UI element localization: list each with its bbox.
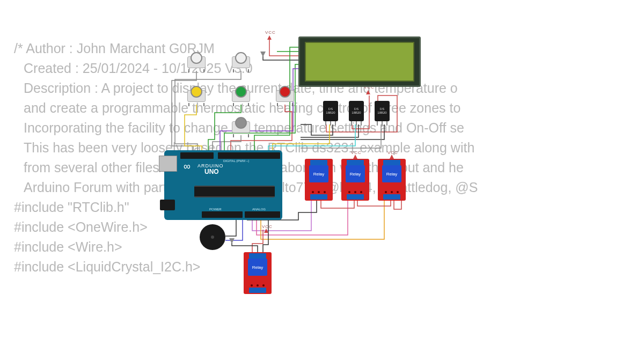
button-green [230,86,252,104]
arduino-digital-label: DIGITAL (PWM ~) [223,159,249,163]
relay-coil-block: Relay [309,165,328,182]
relay-coil-block: Relay [382,165,401,182]
relay-label: Relay [252,265,263,270]
sensor-2: DS18B20 [349,101,364,121]
button-cap [191,86,202,98]
vcc-arrow-icon [366,90,370,94]
lcd-screen [305,42,414,82]
relay-coil-block: Relay [346,165,365,182]
button-red [274,86,296,104]
relay-pin-holes [310,191,327,193]
button-cap [235,86,247,98]
arduino-power-label: POWER [209,208,222,211]
arduino-digital-header [180,152,214,159]
button-cap [191,52,202,64]
relay-terminal [310,160,327,165]
sensor-label: DS [354,107,358,111]
vcc-arrow-icon [264,229,268,233]
relay-label: Relay [313,172,324,177]
button-gray [230,117,252,135]
sensor-1: DS18B20 [323,101,338,121]
relay-coil-block: Relay [248,259,267,276]
relay-pin-holes [347,191,364,193]
sensor-label: 18B20 [377,111,386,115]
relay-label: Relay [350,172,361,177]
relay-terminal [249,253,266,259]
gnd-arrow-icon [229,238,235,244]
gnd-arrow-icon [260,52,266,57]
sensor-label: 18B20 [326,111,335,115]
circuit-diagram: VCC VCC DS18B20DS18B20DS18B20 RelayRelay… [0,0,644,338]
relay-terminal [383,194,400,200]
relay-terminal [249,288,266,293]
button-white-1 [185,52,208,70]
arduino-uno-board: DIGITAL (PWM ~) ∞ ARDUINO UNO POWER ANAL… [164,150,282,220]
arduino-atmega-chip [194,186,275,197]
relay-4: Relay [244,252,272,294]
relay-terminal [347,160,364,165]
button-white-2 [230,52,252,70]
arduino-infinity-icon: ∞ [184,161,191,172]
relay-3: Relay [378,159,406,201]
relay-1: Relay [305,159,333,201]
arduino-power-header [202,211,243,218]
relay-pin-holes [249,284,266,286]
relay-pin-holes [383,191,400,193]
vcc-arrow-icon [353,155,357,159]
relay-terminal [383,160,400,165]
arduino-analog-header [245,211,280,218]
sensor-label: 18B20 [352,111,361,115]
sensor-label: DS [380,107,384,111]
sensor-label: DS [328,107,333,111]
vcc-label: VCC [265,30,276,35]
arduino-digital-header [218,152,280,159]
relay-2: Relay [341,159,369,201]
button-cap [235,52,247,64]
arduino-usb-port [159,156,177,172]
button-yellow [185,86,208,104]
button-cap [235,117,247,129]
vcc-arrow-icon [390,155,394,159]
relay-terminal [347,194,364,200]
relay-label: Relay [386,172,397,177]
vcc-arrow-icon [267,35,272,40]
arduino-model-label: UNO [204,168,219,175]
button-cap [279,86,291,98]
lcd-display [298,36,421,87]
arduino-power-jack [160,200,175,210]
relay-terminal [310,194,327,200]
arduino-analog-label: ANALOG [252,208,266,211]
piezo-buzzer [200,224,225,250]
sensor-3: DS18B20 [375,101,390,121]
